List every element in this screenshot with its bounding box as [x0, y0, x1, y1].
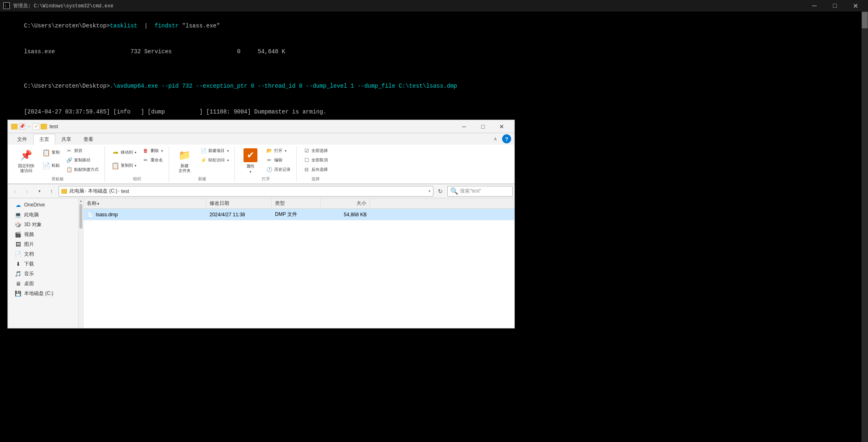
- up-dropdown-btn[interactable]: ▾: [34, 186, 45, 197]
- sidebar-item-downloads[interactable]: ⬇ 下载: [8, 259, 83, 269]
- tab-share[interactable]: 共享: [55, 134, 77, 145]
- sidebar-scroll-thumb[interactable]: [79, 204, 82, 229]
- tab-file[interactable]: 文件: [11, 134, 33, 145]
- copy-path-btn[interactable]: 🔗 复制路径: [63, 156, 101, 165]
- forward-btn[interactable]: ›: [22, 186, 32, 197]
- address-dropdown-btn[interactable]: ▾: [428, 189, 431, 193]
- del-rename-col: 🗑 删除 ▾ ✏ 重命名: [140, 146, 165, 165]
- sidebar-item-3d-objects[interactable]: 🎲 3D 对象: [8, 220, 83, 229]
- select-group-label: 选择: [311, 176, 320, 182]
- invert-select-btn[interactable]: ⊟ 反向选择: [301, 165, 330, 174]
- help-icon[interactable]: ?: [502, 134, 511, 143]
- cut-btn[interactable]: ✂ 剪切: [63, 146, 101, 155]
- cmd-minimize-btn[interactable]: ─: [805, 0, 824, 11]
- downloads-icon: ⬇: [14, 260, 22, 267]
- cmd-line-1: C:\Users\zeroten\Desktop>tasklist | find…: [3, 13, 865, 39]
- ribbon-collapse-btn[interactable]: ∧: [491, 135, 500, 143]
- copy-btn[interactable]: 📋 复制: [40, 146, 62, 159]
- new-folder-btn[interactable]: 📁 新建文件夹: [173, 146, 196, 175]
- address-pc-label: 此电脑: [70, 188, 84, 195]
- cmd-maximize-btn[interactable]: □: [825, 0, 844, 11]
- select-none-icon: ☐: [303, 157, 310, 163]
- clipboard-buttons: 📌 固定到快速访问 📋 复制 📄 粘贴: [14, 146, 101, 175]
- search-placeholder: 搜索"test": [460, 188, 481, 195]
- pin-to-quick-access-btn[interactable]: 📌 固定到快速访问: [14, 146, 38, 175]
- sidebar-item-videos[interactable]: 🎬 视频: [8, 229, 83, 239]
- copy-to-icon: 📋: [111, 161, 120, 170]
- properties-btn[interactable]: ✔ 属性 ▾: [239, 146, 262, 175]
- documents-icon: 📄: [14, 250, 22, 258]
- file-size: 54,868 KB: [344, 212, 367, 218]
- cmd-titlebar-buttons: ─ □ ✕: [805, 0, 865, 11]
- explorer-filelist: 名称 修改日期 类型 大小 📄 lsass.dmp 2: [83, 198, 514, 328]
- sidebar-item-onedrive[interactable]: ☁ OneDrive: [8, 200, 83, 210]
- explorer-maximize-btn[interactable]: □: [473, 120, 492, 133]
- easy-access-btn[interactable]: ⚡ 轻松访问 ▾: [198, 156, 231, 165]
- open-btn[interactable]: 📂 打开 ▾: [264, 146, 293, 155]
- explorer-pin-icon[interactable]: 📌: [19, 123, 25, 130]
- sidebar-item-desktop[interactable]: 🖥 桌面: [8, 279, 83, 288]
- ribbon-content: 📌 固定到快速访问 📋 复制 📄 粘贴: [8, 145, 514, 184]
- col-header-type[interactable]: 类型: [272, 198, 321, 209]
- pin-icon: 📌: [19, 148, 34, 163]
- rename-btn[interactable]: ✏ 重命名: [140, 156, 165, 165]
- 3d-objects-icon: 🎲: [14, 221, 22, 228]
- edit-btn[interactable]: ✏ 编辑: [264, 156, 293, 165]
- copy-to-btn[interactable]: 📋 复制到 ▾: [109, 159, 138, 172]
- col-name-label: 名称: [87, 200, 97, 207]
- cmd-close-btn[interactable]: ✕: [846, 0, 865, 11]
- rename-icon: ✏: [142, 157, 149, 163]
- sidebar-scroll-up[interactable]: ▲: [79, 198, 83, 203]
- col-header-date[interactable]: 修改日期: [206, 198, 272, 209]
- paste-shortcut-btn[interactable]: 📋 粘贴快捷方式: [63, 165, 101, 174]
- explorer-titlebar: 📌 ✓ test ─ □ ✕: [8, 120, 514, 133]
- move-to-btn[interactable]: ➡ 移动到 ▾: [109, 146, 138, 159]
- select-none-btn[interactable]: ☐ 全部取消: [301, 156, 330, 165]
- new-item-btn[interactable]: 📄 新建项目 ▾: [198, 146, 231, 155]
- explorer-title-icons: 📌 ✓: [11, 123, 47, 130]
- file-type: DMP 文件: [275, 211, 297, 218]
- refresh-btn[interactable]: ↻: [435, 186, 446, 197]
- explorer-checkbox-icon[interactable]: ✓: [33, 123, 39, 130]
- onedrive-label: OneDrive: [24, 202, 45, 208]
- history-icon: 🕐: [266, 166, 273, 173]
- organize-group-label: 组织: [133, 176, 141, 182]
- paste-btn[interactable]: 📄 粘贴: [40, 159, 62, 172]
- select-none-label: 全部取消: [311, 157, 328, 163]
- tab-home[interactable]: 主页: [33, 134, 55, 145]
- sidebar-item-music[interactable]: 🎵 音乐: [8, 269, 83, 279]
- sidebar-scrollbar[interactable]: ▲: [78, 198, 83, 328]
- sidebar-item-documents[interactable]: 📄 文档: [8, 249, 83, 259]
- paste-icon: 📄: [42, 161, 51, 170]
- open-buttons: ✔ 属性 ▾ 📂 打开 ▾ ✏: [239, 146, 293, 175]
- table-row[interactable]: 📄 lsass.dmp 2024/4/27 11:38 DMP 文件 54,86…: [83, 209, 514, 220]
- back-btn[interactable]: ‹: [9, 186, 20, 197]
- sidebar-item-local-c[interactable]: 💾 本地磁盘 (C:): [8, 288, 83, 298]
- delete-btn[interactable]: 🗑 删除 ▾: [140, 146, 165, 155]
- search-bar[interactable]: 🔍 搜索"test": [447, 186, 513, 197]
- tab-view[interactable]: 查看: [77, 134, 99, 145]
- copy-path-icon: 🔗: [66, 157, 72, 163]
- music-label: 音乐: [24, 270, 34, 277]
- explorer-close-btn[interactable]: ✕: [492, 120, 511, 133]
- cmd-scrollbar-thumb[interactable]: [862, 12, 868, 28]
- sidebar-item-this-pc[interactable]: 💻 此电脑: [8, 210, 83, 220]
- new-folder-icon: 📁: [177, 148, 192, 163]
- sep2: ›: [118, 189, 119, 193]
- documents-label: 文档: [24, 251, 34, 258]
- col-header-name[interactable]: 名称: [83, 198, 206, 209]
- open-icon: 📂: [266, 147, 273, 154]
- up-btn[interactable]: ↑: [46, 186, 57, 197]
- ribbon-controls-right: ∧ ?: [491, 134, 511, 143]
- col-header-size[interactable]: 大小: [321, 198, 370, 209]
- cmd-blank-1: [3, 65, 865, 73]
- address-bar[interactable]: 此电脑 › 本地磁盘 (C:) › test ▾: [59, 186, 433, 197]
- history-btn[interactable]: 🕐 历史记录: [264, 165, 293, 174]
- paste-label: 粘贴: [52, 163, 60, 168]
- cmd-scrollbar[interactable]: [861, 11, 868, 442]
- explorer-minimize-btn[interactable]: ─: [455, 120, 473, 133]
- select-all-btn[interactable]: ☑ 全部选择: [301, 146, 330, 155]
- sidebar-item-pictures[interactable]: 🖼 图片: [8, 239, 83, 249]
- select-col: ☑ 全部选择 ☐ 全部取消 ⊟ 反向选择: [301, 146, 330, 174]
- col-size-label: 大小: [356, 200, 366, 207]
